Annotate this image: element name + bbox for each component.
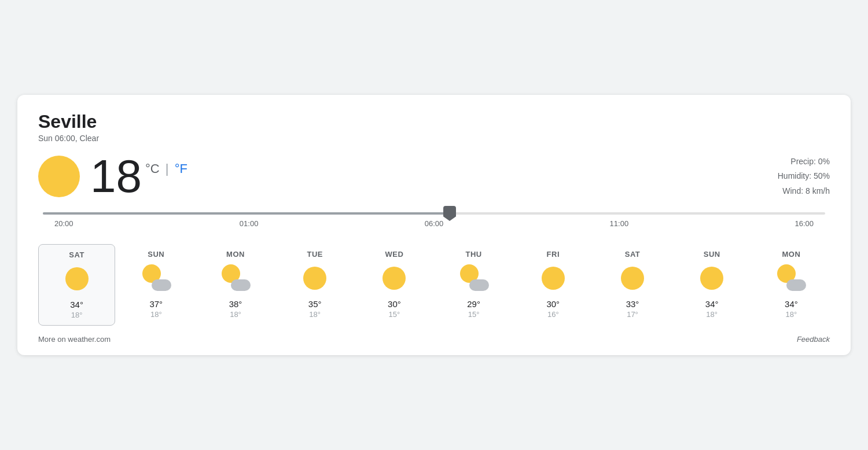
day-high-sun2: 34° — [705, 299, 719, 309]
day-label-wed: WED — [385, 250, 403, 259]
slider-track-wrapper[interactable] — [43, 212, 825, 215]
forecast-day-mon[interactable]: MON 38° 18° — [197, 244, 274, 326]
temperature-number: 18 — [90, 153, 142, 200]
wind-stat: Wind: 8 km/h — [778, 184, 830, 198]
forecast-day-sun2[interactable]: SUN 34° 18° — [674, 244, 751, 326]
slider-thumb[interactable] — [443, 206, 456, 221]
header: Seville Sun 06:00, Clear — [38, 111, 830, 143]
day-high-thu: 29° — [467, 299, 480, 309]
weather-link[interactable]: More on weather.com — [38, 335, 111, 344]
day-icon-thu — [459, 263, 489, 293]
forecast-day-sun[interactable]: SUN 37° 18° — [117, 244, 194, 326]
day-label-thu: THU — [465, 250, 481, 259]
day-icon-sat2 — [617, 263, 648, 293]
forecast-day-sat2[interactable]: SAT 33° 17° — [594, 244, 671, 326]
subtitle: Sun 06:00, Clear — [38, 134, 830, 143]
slider-labels: 20:00 01:00 06:00 11:00 16:00 — [43, 219, 825, 228]
day-high-sat: 34° — [70, 300, 83, 309]
day-low-fri: 16° — [547, 310, 559, 319]
day-low-mon: 18° — [230, 310, 241, 319]
forecast-day-tue[interactable]: TUE 35° 18° — [277, 244, 354, 326]
current-left: 18 °C | °F — [38, 153, 187, 200]
time-label-0: 20:00 — [54, 219, 73, 228]
precip-stat: Precip: 0% — [778, 154, 830, 169]
time-label-4: 16:00 — [795, 219, 814, 228]
day-label-mon: MON — [226, 250, 245, 259]
time-label-1: 01:00 — [240, 219, 259, 228]
day-low-thu: 15° — [468, 310, 480, 319]
day-label-sun: SUN — [148, 250, 164, 259]
feedback-link[interactable]: Feedback — [797, 335, 830, 344]
day-icon-tue — [300, 263, 330, 293]
sun-shape-wed — [382, 267, 406, 290]
day-high-fri: 30° — [546, 299, 560, 309]
thumb-body — [443, 206, 456, 221]
forecast-day-wed[interactable]: WED 30° 15° — [356, 244, 433, 326]
forecast-day-mon2[interactable]: MON 34° 18° — [753, 244, 830, 326]
weather-stats: Precip: 0% Humidity: 50% Wind: 8 km/h — [778, 154, 830, 198]
time-label-3: 11:00 — [610, 219, 629, 228]
day-label-sun2: SUN — [704, 250, 720, 259]
temperature-units: °C | °F — [145, 161, 187, 176]
fahrenheit-unit[interactable]: °F — [175, 161, 187, 176]
day-icon-mon2 — [776, 263, 806, 293]
temp-display: 18 °C | °F — [90, 153, 187, 200]
day-icon-sun — [141, 263, 171, 293]
sun-shape-sun2 — [700, 267, 723, 290]
day-high-tue: 35° — [308, 299, 322, 309]
day-icon-fri — [538, 263, 568, 293]
day-low-sat: 18° — [71, 311, 83, 319]
forecast-day-fri[interactable]: FRI 30° 16° — [514, 244, 591, 326]
day-low-tue: 18° — [309, 310, 321, 319]
slider-track[interactable] — [43, 212, 825, 215]
sun-shape-sat2 — [621, 267, 644, 290]
cloud-shape-thu — [469, 279, 489, 291]
sun-shape-sat — [65, 267, 89, 290]
day-icon-sat — [62, 264, 92, 294]
cloud-shape-mon2 — [786, 279, 806, 291]
city-name: Seville — [38, 111, 830, 132]
day-low-sun: 18° — [150, 310, 162, 319]
humidity-stat: Humidity: 50% — [778, 169, 830, 183]
day-label-mon2: MON — [782, 250, 800, 259]
celsius-unit[interactable]: °C — [145, 161, 160, 176]
day-high-wed: 30° — [388, 299, 401, 309]
forecast-day-thu[interactable]: THU 29° 15° — [435, 244, 512, 326]
weather-card: Seville Sun 06:00, Clear 18 °C | °F Prec… — [17, 95, 851, 355]
day-icon-sun2 — [697, 263, 727, 293]
day-high-mon: 38° — [229, 299, 242, 309]
forecast-grid: SAT 34° 18° SUN 37° 18° MON 38° 1 — [38, 244, 830, 326]
day-high-mon2: 34° — [785, 299, 798, 309]
day-label-sat2: SAT — [625, 250, 641, 259]
footer: More on weather.com Feedback — [38, 335, 830, 344]
day-low-sat2: 17° — [627, 310, 638, 319]
day-icon-wed — [379, 263, 409, 293]
day-icon-mon — [220, 263, 251, 293]
timeline-container: 20:00 01:00 06:00 11:00 16:00 — [38, 212, 830, 228]
day-label-fri: FRI — [547, 250, 560, 259]
time-label-2: 06:00 — [425, 219, 444, 228]
day-label-tue: TUE — [307, 250, 323, 259]
day-high-sat2: 33° — [626, 299, 639, 309]
cloud-shape-mon — [231, 279, 251, 291]
sun-icon — [38, 156, 80, 197]
unit-separator: | — [165, 161, 169, 176]
sun-shape-tue — [303, 267, 326, 290]
day-low-mon2: 18° — [786, 310, 797, 319]
day-low-sun2: 18° — [706, 310, 718, 319]
forecast-day-sat[interactable]: SAT 34° 18° — [38, 244, 115, 326]
day-low-wed: 15° — [389, 310, 400, 319]
slider-track-fill — [43, 212, 450, 215]
current-weather-row: 18 °C | °F Precip: 0% Humidity: 50% Wind… — [38, 153, 830, 200]
cloud-shape-sun — [152, 279, 171, 291]
sun-shape-fri — [542, 267, 565, 290]
day-label-sat: SAT — [69, 250, 84, 259]
day-high-sun: 37° — [149, 299, 163, 309]
